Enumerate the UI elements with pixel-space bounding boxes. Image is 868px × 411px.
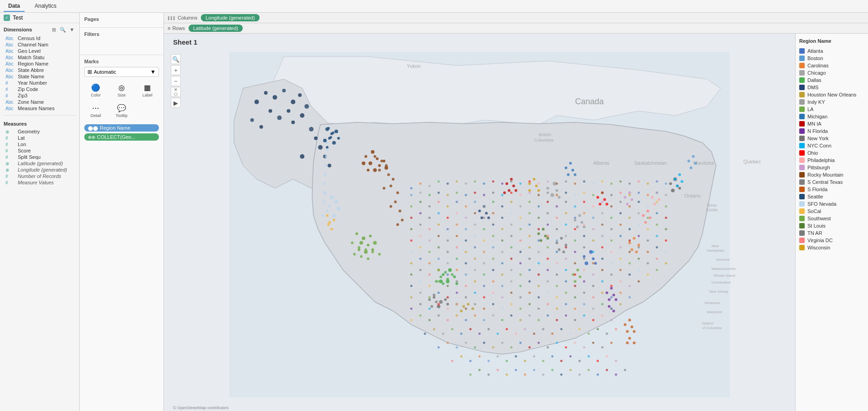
dimension-field[interactable]: #Year Number xyxy=(4,80,76,86)
legend-item-label: LA xyxy=(807,107,813,112)
svg-point-566 xyxy=(501,319,503,321)
color-button[interactable]: 🔵 Color xyxy=(84,81,107,99)
tab-analytics[interactable]: Analytics xyxy=(30,1,61,12)
svg-point-650 xyxy=(560,374,562,376)
yukon-label: Yukon xyxy=(407,63,421,69)
svg-point-160 xyxy=(694,162,697,165)
measure-field[interactable]: #Lon xyxy=(4,141,76,147)
svg-point-505 xyxy=(628,285,631,287)
expand-icon[interactable]: ▼ xyxy=(68,26,76,33)
svg-point-493 xyxy=(519,285,521,287)
tab-data[interactable]: Data xyxy=(4,1,25,12)
measure-field[interactable]: #Number of Records xyxy=(4,173,76,179)
measure-field[interactable]: ⊕Geometry xyxy=(4,128,76,135)
svg-point-193 xyxy=(638,244,640,246)
dimension-field[interactable]: AbcState Name xyxy=(4,73,76,80)
search-icon[interactable]: 🔍 xyxy=(59,26,66,33)
svg-point-87 xyxy=(324,164,327,167)
measure-field[interactable]: ⊕Latitude (generated) xyxy=(4,160,76,167)
measure-field[interactable]: #Split Sequ xyxy=(4,154,76,160)
svg-point-121 xyxy=(451,273,454,276)
tooltip-button[interactable]: 💬 Tooltip xyxy=(110,102,133,120)
svg-point-645 xyxy=(515,369,517,371)
map-area: Canada Alberta Saskatchewan Manitoba Ont… xyxy=(168,52,791,397)
dimension-field[interactable]: AbcChannel Nam xyxy=(4,41,76,48)
dimension-field[interactable]: AbcMeasure Names xyxy=(4,105,76,112)
measure-field[interactable]: #Lat xyxy=(4,135,76,141)
svg-point-83 xyxy=(329,136,332,139)
dimension-field[interactable]: AbcRegion Name xyxy=(4,61,76,67)
svg-point-84 xyxy=(326,142,328,144)
svg-point-194 xyxy=(631,248,633,251)
region-name-pill[interactable]: ⬤⬤ Region Name xyxy=(84,124,159,132)
dimension-field[interactable]: AbcCensus Id xyxy=(4,35,76,41)
svg-point-411 xyxy=(556,251,558,253)
svg-point-123 xyxy=(446,278,449,280)
svg-point-534 xyxy=(429,308,431,310)
marks-type-dropdown[interactable]: ⊞ Automatic ▼ xyxy=(84,67,159,77)
svg-point-429 xyxy=(456,258,458,260)
dimension-field[interactable]: AbcGeo Level xyxy=(4,48,76,54)
svg-point-95 xyxy=(327,223,330,226)
svg-point-656 xyxy=(615,374,617,376)
svg-point-388 xyxy=(610,239,613,242)
collect-geo-pill[interactable]: ⊕⊕ COLLECT(Geo... xyxy=(84,133,159,141)
svg-point-619 xyxy=(601,346,603,349)
svg-point-486 xyxy=(456,280,458,283)
legend-item: Virginia DC xyxy=(799,237,864,244)
svg-point-25 xyxy=(337,137,340,140)
grid-view-icon[interactable]: ⊞ xyxy=(50,26,57,33)
svg-point-575 xyxy=(583,315,585,317)
measure-field[interactable]: #Measure Values xyxy=(4,179,76,186)
svg-point-100 xyxy=(371,250,374,253)
data-source[interactable]: ✓ Test xyxy=(0,13,79,23)
svg-point-489 xyxy=(483,285,485,287)
longitude-pill[interactable]: Longitude (generated) xyxy=(201,14,259,21)
svg-point-195 xyxy=(635,250,638,253)
svg-point-562 xyxy=(465,319,467,321)
legend-item: Chicago xyxy=(799,69,864,76)
svg-point-590 xyxy=(524,328,526,330)
svg-point-631 xyxy=(542,360,544,362)
svg-point-328 xyxy=(592,217,594,219)
svg-point-19 xyxy=(300,154,305,159)
svg-point-29 xyxy=(371,150,374,154)
svg-point-217 xyxy=(433,294,435,296)
measure-field[interactable]: #Score xyxy=(4,147,76,154)
svg-point-570 xyxy=(537,319,540,321)
detail-icon: ⋯ xyxy=(92,104,99,112)
dimension-field[interactable]: #Zip3 xyxy=(4,92,76,99)
svg-point-216 xyxy=(428,298,431,301)
legend-item: Philadelphia xyxy=(799,157,864,164)
svg-point-101 xyxy=(378,253,381,255)
legend-color-swatch xyxy=(799,143,805,148)
dimension-field[interactable]: AbcState Abbre xyxy=(4,67,76,73)
label-icon: ▦ xyxy=(144,83,151,92)
svg-point-2 xyxy=(273,95,277,100)
svg-point-298 xyxy=(583,201,585,203)
svg-point-528 xyxy=(601,292,603,294)
svg-point-233 xyxy=(519,183,521,185)
svg-point-105 xyxy=(373,155,376,158)
dimension-field[interactable]: #Zip Code xyxy=(4,86,76,92)
svg-point-585 xyxy=(479,333,481,335)
svg-point-170 xyxy=(562,250,565,253)
svg-point-113 xyxy=(396,192,399,194)
legend-color-swatch xyxy=(799,187,805,192)
sheet-title: Sheet 1 xyxy=(173,38,197,46)
svg-point-325 xyxy=(565,212,567,214)
measure-field[interactable]: ⊕Longitude (generated) xyxy=(4,167,76,173)
svg-point-220 xyxy=(437,305,440,308)
latitude-pill[interactable]: Latitude (generated) xyxy=(189,25,243,32)
svg-point-435 xyxy=(510,258,512,260)
svg-point-604 xyxy=(465,342,467,344)
svg-point-459 xyxy=(465,274,467,276)
dimension-field[interactable]: AbcMatch Statu xyxy=(4,54,76,61)
svg-point-532 xyxy=(410,308,413,310)
detail-button[interactable]: ⋯ Detail xyxy=(84,102,107,120)
size-button[interactable]: ◎ Size xyxy=(110,81,133,99)
label-button[interactable]: ▦ Label xyxy=(136,81,159,99)
chart-container[interactable]: Sheet 1 🔍 + − ✕⬡ ▶ xyxy=(164,34,795,411)
svg-point-380 xyxy=(537,239,540,242)
dimension-field[interactable]: AbcZone Name xyxy=(4,99,76,105)
